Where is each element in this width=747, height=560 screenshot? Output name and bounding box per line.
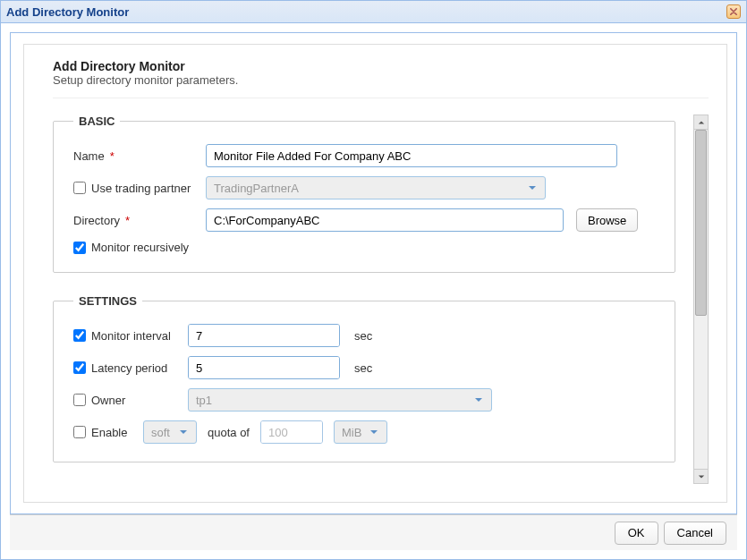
row-latency: Latency period sec — [73, 356, 657, 379]
basic-legend: BASIC — [73, 115, 120, 128]
interval-unit: sec — [354, 329, 372, 343]
interval-spinner[interactable] — [188, 324, 340, 347]
chevron-down-icon — [525, 183, 539, 192]
trading-partner-value: TradingPartnerA — [214, 182, 299, 195]
owner-label: Owner — [73, 394, 181, 407]
form-panel: Add Directory Monitor Setup directory mo… — [23, 44, 727, 503]
interval-input[interactable] — [189, 325, 340, 346]
interval-checkbox[interactable] — [73, 329, 86, 342]
chevron-down-icon — [471, 395, 486, 404]
content-inner: Add Directory Monitor Setup directory mo… — [10, 32, 737, 514]
settings-legend: SETTINGS — [73, 294, 142, 308]
browse-button[interactable]: Browse — [576, 208, 638, 232]
recurse-checkbox[interactable] — [73, 242, 86, 254]
use-tp-label: Use trading partner — [73, 182, 199, 195]
settings-fieldset: SETTINGS Monitor interval — [53, 294, 675, 462]
form-column: BASIC Name* Use trading partne — [53, 115, 686, 484]
close-icon — [730, 8, 737, 15]
chevron-down-icon — [176, 428, 191, 437]
row-interval: Monitor interval sec — [73, 324, 657, 347]
button-bar: OK Cancel — [10, 514, 737, 550]
quota-mid-text: quota of — [208, 426, 250, 439]
row-owner: Owner tp1 — [73, 388, 657, 412]
cancel-button[interactable]: Cancel — [664, 522, 726, 545]
scroll-area: BASIC Name* Use trading partne — [53, 115, 709, 484]
scroll-down-button[interactable] — [694, 469, 708, 483]
interval-label: Monitor interval — [73, 329, 181, 343]
trading-partner-select[interactable]: TradingPartnerA — [206, 176, 546, 199]
latency-input[interactable] — [189, 357, 340, 378]
directory-label: Directory* — [73, 214, 199, 227]
ok-button[interactable]: OK — [615, 522, 658, 545]
quota-type-value: soft — [151, 426, 170, 439]
enable-label: Enable — [73, 426, 136, 439]
close-button[interactable] — [726, 4, 741, 19]
window-title: Add Directory Monitor — [6, 5, 129, 19]
basic-fieldset: BASIC Name* Use trading partne — [53, 115, 675, 273]
quota-unit-value: MiB — [342, 426, 361, 439]
divider — [53, 98, 709, 98]
required-marker: * — [125, 214, 130, 227]
content-outer: Add Directory Monitor Setup directory mo… — [1, 23, 746, 559]
row-name: Name* — [73, 144, 657, 167]
quota-input[interactable] — [261, 421, 323, 443]
row-trading-partner: Use trading partner TradingPartnerA — [73, 176, 657, 199]
scroll-track[interactable] — [694, 130, 708, 469]
titlebar: Add Directory Monitor — [1, 1, 746, 23]
quota-unit-select[interactable]: MiB — [334, 420, 387, 444]
row-recurse: Monitor recursively — [73, 241, 657, 254]
latency-spinner[interactable] — [188, 356, 340, 379]
row-directory: Directory* Browse — [73, 208, 657, 232]
vertical-scrollbar[interactable] — [693, 115, 709, 484]
row-enable-quota: Enable soft quota of — [73, 420, 657, 444]
panel-header: Add Directory Monitor Setup directory mo… — [53, 59, 709, 87]
use-tp-checkbox[interactable] — [73, 182, 86, 194]
scroll-thumb[interactable] — [695, 130, 707, 316]
name-label: Name* — [73, 149, 199, 163]
enable-checkbox[interactable] — [73, 426, 86, 438]
latency-checkbox[interactable] — [73, 361, 86, 374]
directory-input[interactable] — [206, 208, 564, 232]
latency-label: Latency period — [73, 361, 181, 375]
owner-select[interactable]: tp1 — [188, 388, 492, 412]
recurse-label: Monitor recursively — [73, 241, 189, 254]
panel-subtitle: Setup directory monitor parameters. — [53, 73, 709, 87]
quota-type-select[interactable]: soft — [143, 420, 197, 444]
scroll-up-button[interactable] — [694, 115, 708, 130]
required-marker: * — [110, 149, 115, 163]
quota-spinner[interactable] — [260, 420, 323, 444]
panel-title: Add Directory Monitor — [53, 59, 709, 73]
owner-value: tp1 — [196, 394, 212, 407]
name-input[interactable] — [206, 144, 617, 167]
dialog-window: Add Directory Monitor Add Directory Moni… — [0, 0, 747, 560]
latency-unit: sec — [354, 361, 372, 375]
chevron-down-icon — [367, 428, 381, 437]
owner-checkbox[interactable] — [73, 394, 86, 406]
